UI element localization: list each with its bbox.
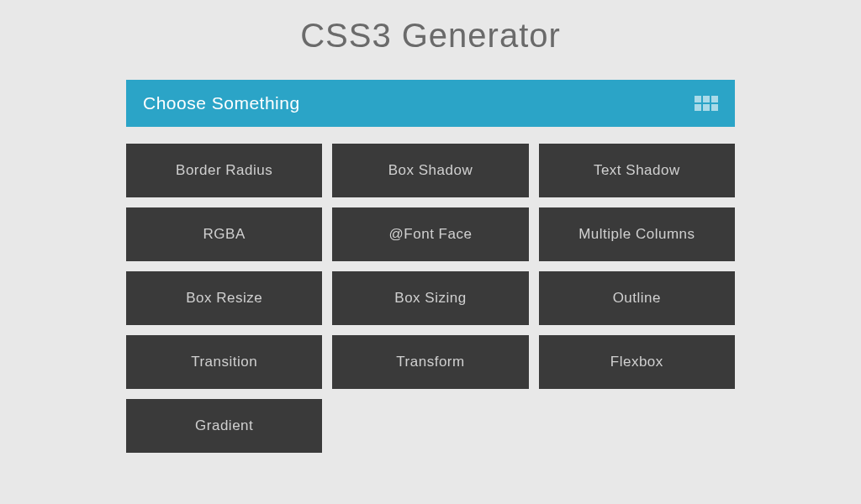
option-transform[interactable]: Transform: [332, 335, 528, 389]
option-box-sizing[interactable]: Box Sizing: [332, 271, 528, 325]
option-flexbox[interactable]: Flexbox: [539, 335, 735, 389]
option-label: Gradient: [195, 417, 253, 433]
option-label: Box Shadow: [388, 162, 473, 178]
option-label: @Font Face: [389, 226, 473, 242]
option-transition[interactable]: Transition: [126, 335, 322, 389]
option-border-radius[interactable]: Border Radius: [126, 144, 322, 197]
option-gradient[interactable]: Gradient: [126, 399, 322, 453]
option-label: Text Shadow: [594, 162, 680, 178]
options-grid: Border Radius Box Shadow Text Shadow RGB…: [126, 144, 735, 453]
option-label: RGBA: [203, 226, 246, 242]
option-font-face[interactable]: @Font Face: [332, 207, 528, 261]
option-label: Multiple Columns: [578, 226, 695, 242]
option-label: Transition: [191, 354, 257, 370]
option-label: Flexbox: [610, 354, 663, 370]
option-label: Box Sizing: [394, 290, 466, 306]
main-container: CSS3 Generator Choose Something Border R…: [126, 0, 735, 453]
page-title: CSS3 Generator: [126, 17, 735, 55]
option-rgba[interactable]: RGBA: [126, 207, 322, 261]
option-label: Outline: [613, 290, 661, 306]
option-label: Border Radius: [176, 162, 272, 178]
grid-icon: [695, 96, 718, 111]
option-box-resize[interactable]: Box Resize: [126, 271, 322, 325]
option-multiple-columns[interactable]: Multiple Columns: [539, 207, 735, 261]
selector-bar[interactable]: Choose Something: [126, 80, 735, 127]
selector-label: Choose Something: [143, 93, 300, 113]
option-label: Transform: [396, 354, 464, 370]
option-outline[interactable]: Outline: [539, 271, 735, 325]
option-box-shadow[interactable]: Box Shadow: [332, 144, 528, 197]
option-text-shadow[interactable]: Text Shadow: [539, 144, 735, 197]
option-label: Box Resize: [186, 290, 262, 306]
